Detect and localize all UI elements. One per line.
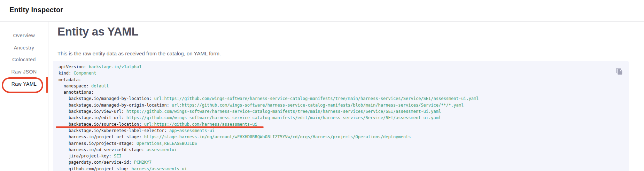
code-line-apiversion: apiVersion: backstage.io/v1alpha1 <box>59 64 623 70</box>
yaml-value: PCM2KY7 <box>134 160 152 165</box>
yaml-value: default <box>91 84 109 88</box>
code-line-view-url: backstage.io/view-url: https://github.co… <box>59 108 623 115</box>
code-line-kubernetes-label-selector: backstage.io/kubernetes-label-selector: … <box>59 127 623 134</box>
code-line-managed-by-origin-location: backstage.io/managed-by-origin-location:… <box>59 102 623 108</box>
yaml-key: backstage.io/view-url: <box>59 109 126 114</box>
active-tab-indicator <box>46 77 48 93</box>
yaml-key: harness.io/projects-stage: <box>59 141 137 146</box>
yaml-value: https://github.com/wings-software/harnes… <box>126 115 441 120</box>
code-line-jira-project-key: jira/project-key: SEI <box>59 153 623 159</box>
yaml-key: backstage.io/kubernetes-label-selector: <box>59 128 169 133</box>
yaml-value: url:https://github.com/wings-software/ha… <box>154 96 479 101</box>
yaml-key: metadata: <box>59 77 81 82</box>
yaml-value: Operations,RELEASEBUILDS <box>137 141 197 146</box>
tab-colocated[interactable]: Colocated <box>0 54 48 66</box>
yaml-value: url:https://github.com/wings-software/ha… <box>172 103 464 108</box>
code-line-kind: kind: Component <box>59 70 623 76</box>
yaml-value: harness/assessments-ui <box>132 166 187 171</box>
code-line-github-project-slug: github.com/project-slug: harness/assessm… <box>59 166 623 171</box>
sidebar-divider <box>48 22 48 171</box>
yaml-value: SEI <box>114 154 122 158</box>
yaml-key: backstage.io/managed-by-location: <box>59 96 154 101</box>
copy-button[interactable] <box>614 66 624 76</box>
code-line-metadata: metadata: <box>59 77 623 83</box>
yaml-key: pagerduty.com/service-id: <box>59 160 134 165</box>
copy-icon <box>616 68 623 75</box>
tab-ancestry[interactable]: Ancestry <box>0 42 48 54</box>
dialog-header: Entity Inspector <box>0 0 644 22</box>
yaml-key: backstage.io/managed-by-origin-location: <box>59 103 172 108</box>
tab-raw-json[interactable]: Raw JSON <box>0 66 48 78</box>
code-line-namespace: namespace: default <box>59 83 623 89</box>
yaml-code-block: apiVersion: backstage.io/v1alpha1 kind: … <box>53 61 629 171</box>
yaml-key: backstage.io/edit-url: <box>59 115 126 120</box>
yaml-key: jira/project-key: <box>59 154 114 158</box>
code-line-projects-stage: harness.io/projects-stage: Operations,RE… <box>59 140 623 147</box>
yaml-value: Component <box>73 71 96 76</box>
yaml-value: backstage.io/v1alpha1 <box>89 64 142 69</box>
yaml-key: backstage.io/source-location: <box>59 122 144 127</box>
code-line-managed-by-location: backstage.io/managed-by-location: url:ht… <box>59 95 623 102</box>
dialog-title: Entity Inspector <box>9 6 63 14</box>
yaml-key: namespace: <box>59 84 91 88</box>
annotation-underline <box>56 126 264 128</box>
page-title: Entity as YAML <box>57 25 138 38</box>
yaml-key: annotations: <box>59 90 94 95</box>
page-subtitle: This is the raw entity data as received … <box>57 50 221 56</box>
yaml-value: app=assessments-ui <box>169 128 215 133</box>
tab-overview[interactable]: Overview <box>0 30 48 42</box>
yaml-value: url:https://github.com/harness/assessmen… <box>144 122 257 127</box>
yaml-key: github.com/project-slug: <box>59 166 132 171</box>
code-line-pagerduty-service-id: pagerduty.com/service-id: PCM2KY7 <box>59 159 623 165</box>
annotation-circle <box>2 77 43 93</box>
code-line-annotations: annotations: <box>59 89 623 95</box>
entity-inspector-dialog: Entity Inspector Overview Ancestry Coloc… <box>0 0 644 171</box>
code-line-edit-url: backstage.io/edit-url: https://github.co… <box>59 115 623 121</box>
yaml-key: apiVersion: <box>59 64 89 69</box>
yaml-key: harness.io/project-url-stage: <box>59 134 144 139</box>
code-line-cd-serviceid-stage: harness.io/cd-serviceId-stage: assessmen… <box>59 147 623 153</box>
code-line-project-url-stage: harness.io/project-url-stage: https://st… <box>59 134 623 140</box>
yaml-key: harness.io/cd-serviceId-stage: <box>59 147 147 152</box>
yaml-key: kind: <box>59 71 73 76</box>
yaml-value: assessmentui <box>147 147 177 152</box>
yaml-value: https://github.com/wings-software/harnes… <box>126 109 441 114</box>
yaml-value: https://stage.harness.io/ng/account/wFHX… <box>144 134 411 139</box>
